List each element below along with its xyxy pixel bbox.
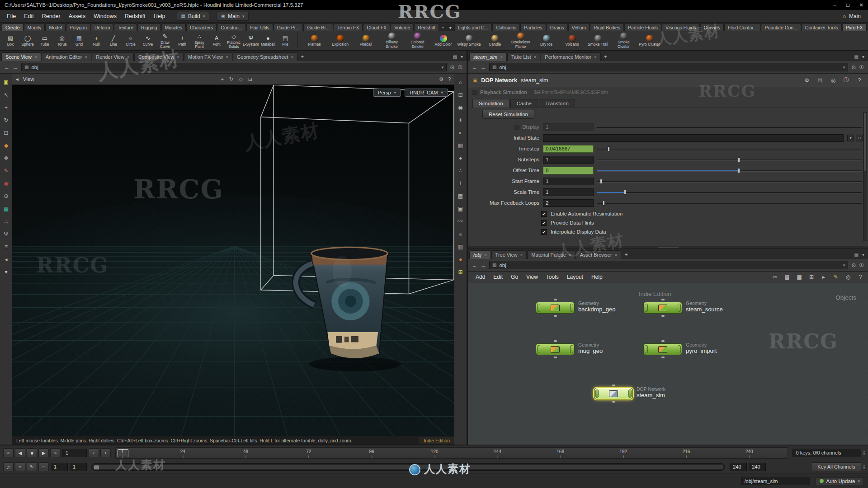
param-slider[interactable] [597, 188, 863, 196]
node-name-field[interactable]: steam_sim [521, 77, 548, 84]
menu-redshift[interactable]: Redshift [121, 11, 150, 21]
go-start-button[interactable]: « [3, 448, 14, 457]
tab-steam-sim[interactable]: steam_sim× [469, 52, 507, 61]
scene-path-field[interactable]: ▧ obj ▾ [21, 63, 447, 71]
play-reverse-button[interactable]: ◀ [15, 448, 25, 457]
shelf-tab-rigging[interactable]: Rigging [137, 23, 161, 31]
picker-icon[interactable]: ⊡ [856, 135, 863, 141]
pin-icon[interactable]: ⊙ [851, 64, 856, 70]
menu-assets[interactable]: Assets [65, 11, 90, 21]
tool-smoke-trail[interactable]: Smoke Trail [585, 32, 611, 50]
frame-range-slider[interactable] [91, 463, 725, 471]
tool-candle[interactable]: Candle [482, 32, 508, 50]
node-display-flag[interactable] [645, 304, 648, 312]
tool-wispy-smoke[interactable]: Wispy Smoke [456, 32, 482, 50]
new-tab-button[interactable]: + [298, 54, 307, 61]
param-input[interactable] [543, 134, 844, 142]
display-normals-icon[interactable]: ⊥ [456, 179, 465, 188]
range-end-sub-field[interactable]: 240 [749, 463, 766, 471]
shelf-tab-grains[interactable]: Grains [547, 23, 568, 31]
net-menu-tools[interactable]: Tools [542, 273, 563, 281]
shelf-tab-texture[interactable]: Texture [114, 23, 137, 31]
shelf-tab-muscles[interactable]: Muscles [161, 23, 186, 31]
search-icon[interactable]: ◎ [844, 273, 852, 281]
link-icon[interactable]: ① [859, 64, 864, 70]
tool-curve[interactable]: ∿Curve [139, 32, 156, 50]
forward-icon[interactable]: → [481, 64, 486, 70]
info-icon[interactable]: ⓘ [842, 76, 850, 84]
wireframe-icon[interactable]: ▦ [456, 141, 465, 150]
close-icon[interactable]: × [615, 253, 618, 258]
forward-icon[interactable]: → [481, 262, 486, 268]
gear-icon[interactable]: ⚙ [803, 76, 811, 84]
shelf-tab-cloud-fx[interactable]: Cloud FX [363, 23, 390, 31]
shelf-tab-particle-fluids[interactable]: Particle Fluids [624, 23, 661, 31]
tab-material-palette[interactable]: Material Palette× [527, 250, 575, 259]
shelf-menu-icon[interactable]: ▾ [447, 25, 454, 31]
node-display-flag[interactable] [537, 304, 540, 312]
snap-tool-icon[interactable]: ⊙ [2, 192, 10, 200]
view-tool-icon[interactable]: ▣ [2, 78, 10, 86]
param-slider[interactable] [597, 199, 863, 207]
slider-handle[interactable] [600, 179, 602, 184]
stop-button[interactable]: ■ [27, 448, 37, 457]
settings-icon[interactable]: ⚙ [439, 76, 443, 82]
select-tool-icon[interactable]: ↖ [2, 90, 10, 99]
tool-grid[interactable]: ▦Grid [71, 32, 88, 50]
tool-smokeless-flame[interactable]: Smokeless Flame [508, 32, 533, 50]
tool-metaball[interactable]: ●Metaball [259, 32, 277, 50]
checkbox-interpolate-display-data[interactable]: ✔Interpolate Display Data [468, 227, 868, 236]
loop-mode-icon[interactable]: ↻ [27, 462, 37, 471]
shelf-tab-guide-br[interactable]: Guide Br... [303, 23, 333, 31]
param-input[interactable]: 0 [543, 167, 594, 174]
param-checkbox[interactable] [514, 125, 519, 130]
visualizers-icon[interactable]: ▥ [456, 242, 465, 251]
tool-file[interactable]: ▤File [277, 32, 294, 50]
net-menu-layout[interactable]: Layout [563, 273, 587, 281]
tool-dry-ice[interactable]: Dry Ice [533, 32, 559, 50]
help-icon[interactable]: ? [856, 273, 864, 281]
back-icon[interactable]: ← [472, 262, 477, 268]
shelf-tab-guide-pr[interactable]: Guide Pr... [274, 23, 303, 31]
shelf-tab-characters[interactable]: Characters [186, 23, 217, 31]
expand-icon[interactable]: ▸ [820, 273, 828, 281]
tool-smoke-cluster[interactable]: Smoke Cluster [611, 32, 637, 50]
go-end-button[interactable]: » [50, 448, 61, 457]
link-icon[interactable]: ① [458, 64, 462, 70]
search-icon[interactable]: ◎ [829, 76, 837, 84]
menu-render[interactable]: Render [38, 11, 65, 21]
presets-icon[interactable]: ▤ [816, 76, 824, 84]
node-render-flag[interactable] [570, 304, 573, 312]
layout-icon[interactable]: ⊞ [807, 273, 816, 281]
maximize-button[interactable]: □ [846, 2, 849, 8]
node-steam-sim[interactable]: DOP Networksteam_sim [594, 388, 633, 399]
smooth-shade-icon[interactable]: ● [456, 154, 465, 162]
stow-icon[interactable]: ◂ [16, 76, 19, 82]
shelf-tab-model[interactable]: Model [45, 23, 66, 31]
tab-asset-browser[interactable]: Asset Browser× [576, 250, 622, 259]
tool-tube[interactable]: ▭Tube [36, 32, 53, 50]
camera-view-icon[interactable]: ◉ [456, 103, 465, 112]
link-icon[interactable]: ① [859, 262, 864, 268]
range-end-field[interactable]: 240 [730, 463, 747, 471]
display-options-icon[interactable]: ▤ [456, 192, 465, 200]
menu-windows[interactable]: Windows [90, 11, 121, 21]
help-icon[interactable]: ? [448, 76, 451, 82]
node-render-flag[interactable] [678, 304, 681, 312]
desktop-indicator[interactable]: ⌂ Main [838, 12, 865, 20]
display-points-icon[interactable]: ∴ [456, 166, 465, 175]
scroll-down-icon[interactable]: ▾ [863, 453, 865, 455]
translate-handle-icon[interactable]: + [221, 76, 224, 82]
pose-tool-icon[interactable]: ◆ [2, 141, 10, 150]
node-display-flag[interactable] [537, 345, 540, 353]
tab-composite-view[interactable]: Composite View× [134, 52, 184, 61]
net-menu-go[interactable]: Go [507, 273, 522, 281]
sculpt-tool-icon[interactable]: ◉ [2, 179, 10, 188]
shelf-tab-polygon[interactable]: Polygon [66, 23, 90, 31]
persp-selector[interactable]: Persp ▾ [373, 89, 401, 97]
grid-mode-icon[interactable]: ▦ [795, 273, 803, 281]
node-render-flag[interactable] [678, 345, 681, 353]
render-cam-selector[interactable]: RNDR_CAM ▾ [405, 89, 448, 97]
close-icon[interactable]: × [484, 253, 487, 258]
tab-tree-view[interactable]: Tree View× [491, 250, 527, 259]
